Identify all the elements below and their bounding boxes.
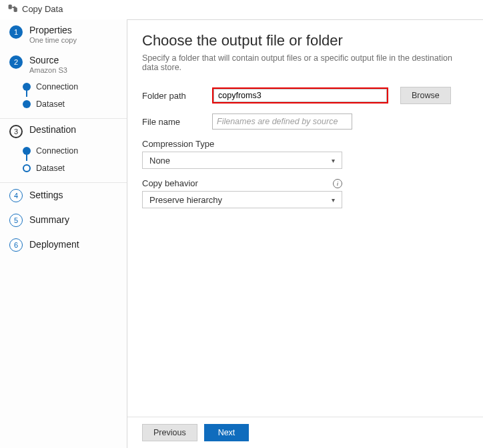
- step-subtitle: Amazon S3: [29, 66, 67, 74]
- step-summary[interactable]: 5 Summary: [0, 208, 127, 232]
- folder-path-input[interactable]: [213, 89, 387, 102]
- step-settings[interactable]: 4 Settings: [0, 183, 127, 208]
- substep-destination-connection[interactable]: Connection: [23, 142, 119, 160]
- step-title: Settings: [29, 190, 63, 200]
- step-number-icon: 3: [9, 125, 23, 138]
- substep-destination-dataset[interactable]: Dataset: [23, 160, 119, 177]
- svg-point-2: [9, 7, 12, 9]
- connector-line: [26, 86, 27, 97]
- substep-label: Connection: [36, 82, 78, 91]
- compression-type-label: Compression Type: [142, 139, 214, 149]
- copy-behavior-label: Copy behavior: [142, 178, 198, 188]
- info-icon[interactable]: i: [333, 179, 342, 188]
- step-number-icon: 2: [9, 55, 23, 69]
- substep-label: Dataset: [36, 99, 65, 109]
- substep-source-connection[interactable]: Connection: [23, 78, 119, 95]
- substep-dot-icon: [23, 100, 31, 108]
- compression-type-select[interactable]: None ▾: [142, 152, 342, 169]
- step-title: Summary: [29, 214, 69, 225]
- page-description: Specify a folder that will contain outpu…: [142, 53, 468, 72]
- svg-point-5: [14, 10, 17, 12]
- page-title: Choose the output file or folder: [142, 32, 468, 49]
- titlebar: Copy Data: [0, 0, 483, 19]
- step-destination[interactable]: 3 Destination Connection Dataset: [0, 118, 127, 183]
- copy-data-icon: [8, 4, 18, 14]
- substep-label: Connection: [36, 146, 78, 156]
- step-source[interactable]: 2 Source Amazon S3 Connection Dataset: [0, 49, 127, 118]
- step-number-icon: 4: [9, 189, 23, 202]
- step-number-icon: 1: [9, 25, 23, 39]
- step-deployment[interactable]: 6 Deployment: [0, 232, 127, 257]
- connector-line: [26, 150, 27, 161]
- titlebar-label: Copy Data: [22, 4, 63, 14]
- step-title: Properties: [29, 25, 77, 35]
- wizard-sidebar: 1 Properties One time copy 2 Source Amaz…: [0, 19, 127, 448]
- step-subtitle: One time copy: [29, 36, 77, 44]
- step-number-icon: 5: [9, 214, 23, 227]
- copy-behavior-value: Preserve hierarchy: [149, 195, 222, 205]
- chevron-down-icon: ▾: [332, 157, 335, 164]
- wizard-footer: Previous Next: [127, 417, 483, 448]
- substep-source-dataset[interactable]: Dataset: [23, 95, 119, 113]
- next-button[interactable]: Next: [204, 424, 250, 441]
- folder-path-highlight: [212, 87, 388, 103]
- folder-path-label: Folder path: [142, 91, 212, 101]
- previous-button[interactable]: Previous: [142, 424, 197, 441]
- browse-button[interactable]: Browse: [400, 87, 451, 104]
- step-title: Deployment: [29, 239, 79, 250]
- copy-behavior-select[interactable]: Preserve hierarchy ▾: [142, 191, 342, 208]
- chevron-down-icon: ▾: [332, 196, 335, 204]
- step-title: Destination: [29, 124, 76, 135]
- filename-input[interactable]: [212, 114, 352, 130]
- substep-label: Dataset: [36, 164, 65, 173]
- step-properties[interactable]: 1 Properties One time copy: [0, 19, 127, 49]
- substep-dot-icon: [23, 164, 31, 172]
- step-title: Source: [29, 55, 67, 65]
- step-number-icon: 6: [9, 238, 23, 252]
- compression-type-value: None: [149, 156, 170, 166]
- filename-label: File name: [142, 117, 212, 127]
